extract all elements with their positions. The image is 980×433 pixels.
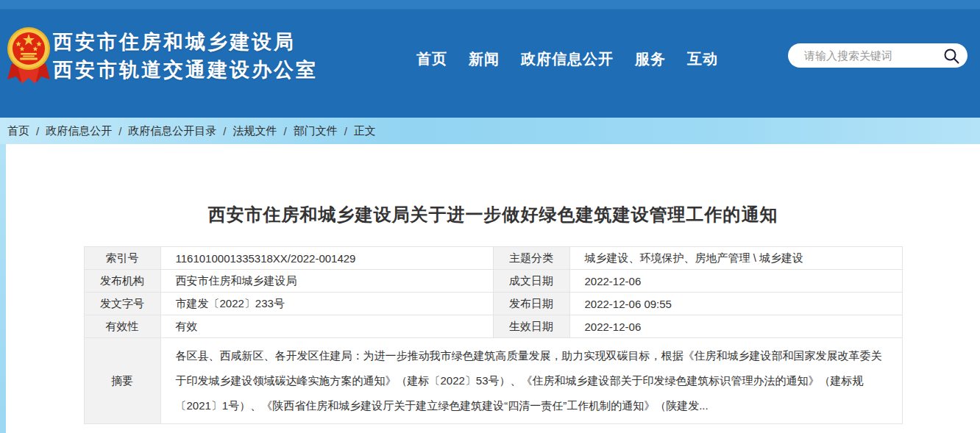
breadcrumb-separator: /: [344, 125, 347, 137]
table-row-summary: 摘要 各区县、西咸新区、各开发区住建局：为进一步推动我市绿色建筑高质量发展，助力…: [84, 338, 902, 424]
table-row: 索引号 1161010001335318XX/2022-001429 主题分类 …: [84, 247, 902, 270]
breadcrumb-separator: /: [223, 125, 226, 137]
national-emblem-icon: [6, 25, 52, 87]
nav-item-services[interactable]: 服务: [635, 49, 666, 69]
breadcrumb-separator: /: [36, 125, 39, 137]
nav-item-gov-info[interactable]: 政府信息公开: [521, 49, 614, 69]
meta-value-document-number: 市建发〔2022〕233号: [160, 293, 493, 315]
meta-value-summary: 各区县、西咸新区、各开发区住建局：为进一步推动我市绿色建筑高质量发展，助力实现双…: [160, 338, 902, 424]
breadcrumb: 首页 / 政府信息公开 / 政府信息公开目录 / 法规文件 / 部门文件 / 正…: [0, 118, 980, 144]
search-button[interactable]: [942, 46, 961, 65]
site-header: 西安市住房和城乡建设局 西安市轨道交通建设办公室 首页 新闻 政府信息公开 服务…: [0, 0, 980, 118]
site-title: 西安市住房和城乡建设局 西安市轨道交通建设办公室: [53, 28, 318, 84]
meta-value-issuing-agency: 西安市住房和城乡建设局: [160, 270, 493, 293]
meta-label-effective-date: 生效日期: [493, 315, 569, 338]
document-meta-table: 索引号 1161010001335318XX/2022-001429 主题分类 …: [84, 246, 903, 424]
meta-label-publish-date: 发布日期: [493, 293, 569, 315]
meta-label-issuing-agency: 发布机构: [84, 270, 160, 293]
document-title: 西安市住房和城乡建设局关于进一步做好绿色建筑建设管理工作的通知: [6, 156, 980, 226]
breadcrumb-gov-info[interactable]: 政府信息公开: [46, 124, 112, 138]
meta-value-effective-date: 2022-12-06: [569, 315, 902, 338]
search-icon: [942, 47, 960, 65]
search-box: [788, 43, 967, 68]
nav-item-interaction[interactable]: 互动: [687, 49, 718, 69]
meta-label-index-number: 索引号: [84, 247, 160, 270]
nav-item-news[interactable]: 新闻: [469, 49, 500, 69]
breadcrumb-gov-info-catalog[interactable]: 政府信息公开目录: [128, 124, 216, 138]
meta-value-index-number: 1161010001335318XX/2022-001429: [160, 247, 493, 270]
breadcrumb-home[interactable]: 首页: [7, 124, 29, 138]
breadcrumb-department-files[interactable]: 部门文件: [294, 124, 338, 138]
breadcrumb-separator: /: [284, 125, 287, 137]
site-title-line1: 西安市住房和城乡建设局: [53, 28, 318, 56]
meta-value-written-date: 2022-12-06: [569, 270, 902, 293]
meta-label-topic-category: 主题分类: [493, 247, 569, 270]
meta-label-document-number: 发文字号: [84, 293, 160, 315]
main-nav: 首页 新闻 政府信息公开 服务 互动: [416, 49, 718, 69]
national-emblem-logo: [6, 25, 52, 87]
search-input[interactable]: [788, 49, 942, 62]
meta-label-validity: 有效性: [84, 315, 160, 338]
meta-label-summary: 摘要: [84, 338, 160, 424]
content-card: 西安市住房和城乡建设局关于进一步做好绿色建筑建设管理工作的通知 索引号 1161…: [6, 144, 980, 433]
nav-item-home[interactable]: 首页: [416, 49, 447, 69]
meta-label-written-date: 成文日期: [493, 270, 569, 293]
table-row: 发文字号 市建发〔2022〕233号 发布日期 2022-12-06 09:55: [84, 293, 902, 315]
breadcrumb-separator: /: [118, 125, 121, 137]
meta-value-publish-date: 2022-12-06 09:55: [569, 293, 902, 315]
meta-value-topic-category: 城乡建设、环境保护、房地产管理 \ 城乡建设: [569, 247, 902, 270]
site-title-line2: 西安市轨道交通建设办公室: [53, 56, 318, 84]
table-row: 发布机构 西安市住房和城乡建设局 成文日期 2022-12-06: [84, 270, 902, 293]
breadcrumb-current-article: 正文: [354, 124, 376, 138]
table-row: 有效性 有效 生效日期 2022-12-06: [84, 315, 902, 338]
meta-value-validity: 有效: [160, 315, 493, 338]
breadcrumb-regulation-files[interactable]: 法规文件: [233, 124, 277, 138]
